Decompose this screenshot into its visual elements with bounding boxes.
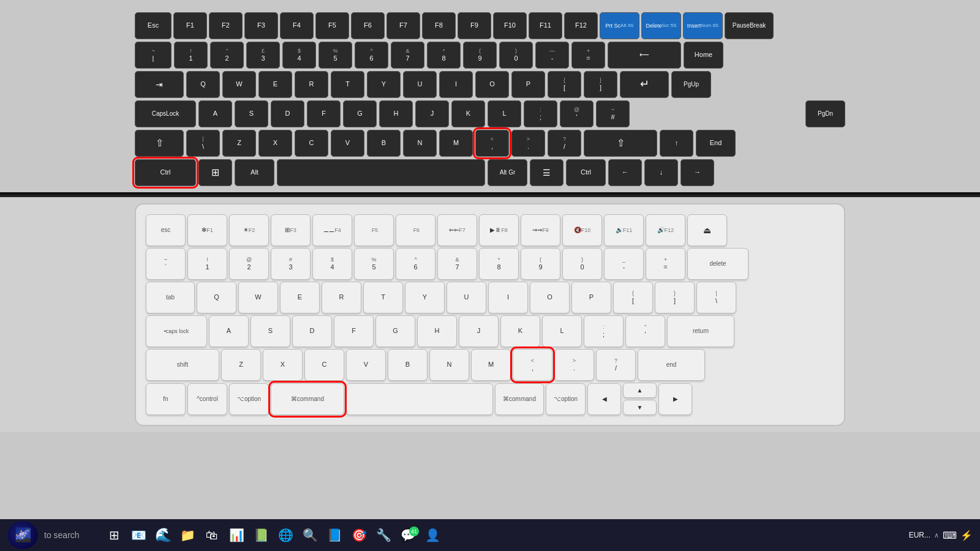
mac-key-f4[interactable]: ⚊⚊F4 xyxy=(312,214,352,246)
mac-key-o[interactable]: O xyxy=(530,282,570,313)
key-3[interactable]: £3 xyxy=(246,42,280,69)
taskbar-edge-icon[interactable]: 🌊 xyxy=(152,524,174,546)
key-enter-top[interactable]: ↵ xyxy=(620,71,669,98)
taskbar-files-icon[interactable]: 📁 xyxy=(176,524,198,546)
mac-key-8[interactable]: *8 xyxy=(479,248,519,280)
mac-key-m[interactable]: M xyxy=(471,349,511,381)
mac-key-brr[interactable]: }] xyxy=(655,282,695,313)
mac-key-9[interactable]: (9 xyxy=(521,248,560,280)
key-home[interactable]: Home xyxy=(684,42,723,69)
mac-key-1[interactable]: !1 xyxy=(187,248,227,280)
mac-key-f9[interactable]: ⇒⇒F9 xyxy=(521,214,560,246)
key-n[interactable]: N xyxy=(403,130,437,157)
mac-key-command-l[interactable]: ⌘command xyxy=(271,383,344,415)
mac-key-control[interactable]: ^control xyxy=(187,383,227,415)
key-ctrl-l[interactable]: Ctrl xyxy=(135,159,196,186)
key-j[interactable]: J xyxy=(415,100,449,127)
key-v[interactable]: V xyxy=(331,130,364,157)
mac-key-return[interactable]: return xyxy=(667,315,734,347)
key-2[interactable]: "2 xyxy=(210,42,244,69)
mac-key-option-l[interactable]: ⌥option xyxy=(229,383,269,415)
key-f12[interactable]: F12 xyxy=(564,12,598,39)
key-e[interactable]: E xyxy=(258,71,292,98)
mac-key-n[interactable]: N xyxy=(429,349,469,381)
mac-key-left[interactable]: ◀ xyxy=(587,383,621,415)
key-p[interactable]: P xyxy=(511,71,545,98)
mac-key-j[interactable]: J xyxy=(459,315,499,347)
key-w[interactable]: W xyxy=(222,71,256,98)
key-4[interactable]: $4 xyxy=(282,42,316,69)
mac-key-b[interactable]: B xyxy=(388,349,428,381)
key-i[interactable]: I xyxy=(439,71,473,98)
mac-key-tab[interactable]: tab xyxy=(146,282,195,313)
key-minus[interactable]: —- xyxy=(535,42,569,69)
key-f10[interactable]: F10 xyxy=(493,12,527,39)
mac-key-q[interactable]: Q xyxy=(197,282,236,313)
mac-key-l[interactable]: L xyxy=(542,315,582,347)
key-alt-l[interactable]: Alt xyxy=(235,159,274,186)
mac-key-2[interactable]: @2 xyxy=(229,248,269,280)
key-space[interactable] xyxy=(277,159,485,186)
mac-key-option-r[interactable]: ⌥option xyxy=(546,383,586,415)
key-z[interactable]: Z xyxy=(222,130,256,157)
key-x[interactable]: X xyxy=(258,130,292,157)
key-f11[interactable]: F11 xyxy=(529,12,562,39)
mac-key-colon[interactable]: :; xyxy=(584,315,624,347)
taskbar-mail-icon[interactable]: 📧 xyxy=(127,524,149,546)
key-quote[interactable]: @' xyxy=(560,100,594,127)
mac-key-slash[interactable]: ?/ xyxy=(596,349,636,381)
mac-key-0[interactable]: )0 xyxy=(562,248,602,280)
key-down[interactable]: ↓ xyxy=(644,159,678,186)
key-k[interactable]: K xyxy=(451,100,485,127)
key-1[interactable]: !1 xyxy=(174,42,208,69)
mac-key-command-r[interactable]: ⌘command xyxy=(495,383,544,415)
mac-key-shift-l[interactable]: shift xyxy=(146,349,219,381)
mac-key-s[interactable]: S xyxy=(251,315,290,347)
key-f3[interactable]: F3 xyxy=(244,12,278,39)
key-l[interactable]: L xyxy=(488,100,521,127)
mac-key-esc[interactable]: esc xyxy=(146,214,186,246)
key-r[interactable]: R xyxy=(295,71,328,98)
mac-key-period[interactable]: >. xyxy=(554,349,594,381)
key-semicolon[interactable]: :; xyxy=(524,100,557,127)
key-up[interactable]: ↑ xyxy=(660,130,693,157)
key-backslash[interactable]: |\ xyxy=(186,130,220,157)
key-y[interactable]: Y xyxy=(367,71,401,98)
taskbar-toolbar-icon[interactable]: 🔧 xyxy=(372,524,394,546)
mac-key-down[interactable]: ▼ xyxy=(623,400,657,415)
taskbar-chrome-icon[interactable]: 🌐 xyxy=(274,524,296,546)
key-altgr[interactable]: Alt Gr xyxy=(488,159,527,186)
taskbar-powerpoint-icon[interactable]: 📊 xyxy=(225,524,247,546)
key-q[interactable]: Q xyxy=(186,71,220,98)
key-equals[interactable]: += xyxy=(571,42,605,69)
mac-key-f[interactable]: F xyxy=(334,315,374,347)
key-6[interactable]: ^6 xyxy=(355,42,388,69)
key-ctrl-r[interactable]: Ctrl xyxy=(566,159,606,186)
mac-key-y[interactable]: Y xyxy=(405,282,445,313)
mac-key-p[interactable]: P xyxy=(571,282,611,313)
key-comma[interactable]: <, xyxy=(475,130,509,157)
mac-key-i[interactable]: I xyxy=(488,282,528,313)
key-shift-l[interactable]: ⇧ xyxy=(135,130,184,157)
mac-key-power[interactable]: ⏏ xyxy=(687,214,727,246)
key-0[interactable]: )0 xyxy=(499,42,533,69)
mac-key-x[interactable]: X xyxy=(263,349,303,381)
key-o[interactable]: O xyxy=(475,71,509,98)
key-left[interactable]: ← xyxy=(608,159,642,186)
mac-key-f10[interactable]: 🔇F10 xyxy=(562,214,602,246)
mac-key-f1[interactable]: ✻F1 xyxy=(187,214,227,246)
mac-key-w[interactable]: W xyxy=(238,282,278,313)
mac-key-r[interactable]: R xyxy=(322,282,361,313)
key-f2[interactable]: F2 xyxy=(209,12,243,39)
key-pgdn[interactable]: PgDn xyxy=(805,100,845,127)
key-s[interactable]: S xyxy=(235,100,268,127)
taskbar-word-icon[interactable]: 📘 xyxy=(323,524,345,546)
mac-key-4[interactable]: $4 xyxy=(312,248,352,280)
mac-key-5[interactable]: %5 xyxy=(354,248,394,280)
mac-key-a[interactable]: A xyxy=(209,315,249,347)
mac-key-pipe[interactable]: |\ xyxy=(696,282,736,313)
key-h[interactable]: H xyxy=(379,100,413,127)
taskbar-search-icon[interactable]: 🔍 xyxy=(299,524,321,546)
mac-key-f12[interactable]: 🔊F12 xyxy=(646,214,685,246)
mac-key-e[interactable]: E xyxy=(280,282,320,313)
